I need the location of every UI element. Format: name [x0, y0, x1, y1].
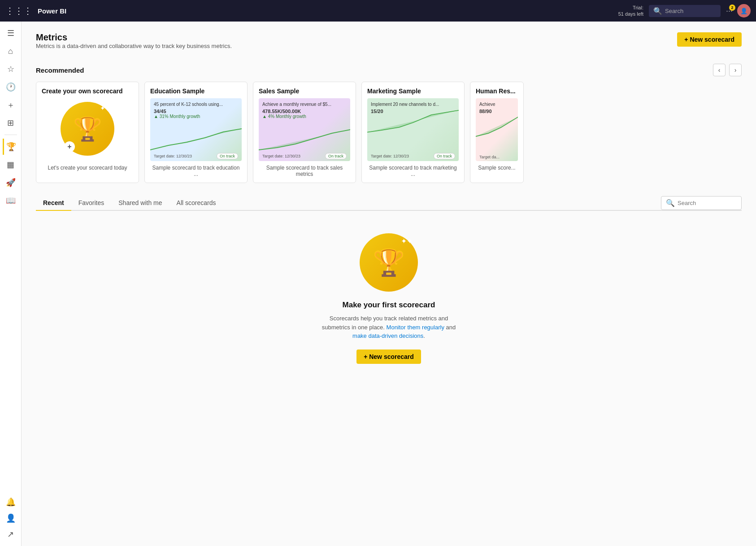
human-res-target-date: Target da...: [479, 155, 500, 159]
education-preview: 45 percent of K-12 schools using... 34/4…: [150, 98, 242, 161]
recommended-title: Recommended: [36, 66, 84, 74]
sidebar-divider: [4, 135, 17, 135]
education-footer: Target date: 12/30/23 On track: [154, 153, 238, 159]
top-search-box[interactable]: 🔍: [649, 5, 721, 17]
sales-target-date: Target date: 12/30/23: [262, 154, 300, 158]
sidebar-item-browse[interactable]: ⊞: [3, 115, 19, 131]
human-res-sample-card[interactable]: Human Res... Achieve 88/90 Target da... …: [470, 82, 524, 183]
sidebar-item-recent[interactable]: 🕐: [3, 79, 19, 95]
education-growth: ▲ 31% Monthly growth: [154, 114, 238, 119]
sidebar-item-home[interactable]: ⌂: [3, 43, 19, 59]
plus-badge-icon: +: [64, 141, 75, 152]
tab-favorites[interactable]: Favorites: [71, 196, 112, 211]
page-subtitle: Metrics is a data-driven and collaborati…: [36, 43, 232, 49]
sidebar-item-grid[interactable]: ▦: [3, 157, 19, 173]
sidebar-item-book[interactable]: 📖: [3, 192, 19, 209]
education-metric-value: 34/45: [154, 109, 238, 114]
svg-marker-3: [476, 117, 518, 136]
create-card-title: Create your own scorecard: [42, 87, 133, 95]
human-res-metric-text: Achieve: [479, 102, 514, 107]
education-card-desc: Sample scorecard to track education ...: [150, 165, 242, 177]
top-icons: ··· 2 👤: [726, 4, 751, 17]
tab-recent[interactable]: Recent: [36, 196, 71, 211]
sales-card-desc: Sample scorecard to track sales metrics: [259, 165, 350, 177]
empty-trophy-icon: 🏆: [373, 247, 405, 278]
tabs-search-box[interactable]: 🔍: [661, 196, 742, 210]
sidebar-item-create[interactable]: ＋: [3, 97, 19, 113]
create-trophy-circle: 🏆 + ✦✦: [61, 102, 114, 156]
education-metric-text: 45 percent of K-12 schools using...: [154, 102, 238, 107]
marketing-status-badge: On track: [434, 153, 455, 159]
education-target-date: Target date: 12/30/23: [154, 154, 192, 158]
sales-sample-card[interactable]: Sales Sample Achieve a monthly revenue o…: [253, 82, 356, 183]
page-header: Metrics Metrics is a data-driven and col…: [36, 32, 742, 60]
tabs-search-icon: 🔍: [666, 199, 675, 207]
grid-menu-icon[interactable]: ⋮⋮⋮: [5, 5, 32, 16]
marketing-metric-text: Implement 20 new channels to d...: [371, 102, 455, 107]
education-card-title: Education Sample: [150, 87, 242, 95]
user-avatar[interactable]: 👤: [737, 4, 751, 17]
app-logo: Power BI: [38, 7, 66, 15]
sidebar-item-expand[interactable]: ↗: [3, 526, 19, 542]
top-search-input[interactable]: [665, 8, 716, 14]
sidebar-item-metrics[interactable]: 🏆: [3, 139, 19, 155]
recommended-header: Recommended ‹ ›: [36, 64, 742, 76]
marketing-sample-card[interactable]: Marketing Sample Implement 20 new channe…: [361, 82, 465, 183]
search-icon: 🔍: [653, 7, 662, 15]
human-res-card-desc: Sample score...: [476, 165, 518, 171]
marketing-card-title: Marketing Sample: [367, 87, 459, 95]
new-scorecard-button-top[interactable]: + New scorecard: [677, 32, 742, 47]
empty-state-title: Make your first scorecard: [343, 301, 435, 310]
marketing-footer: Target date: 12/30/23 On track: [371, 153, 455, 159]
sidebar-item-notifications[interactable]: 🔔: [3, 494, 19, 510]
sidebar-item-user[interactable]: 👤: [3, 510, 19, 526]
notifications-icon[interactable]: ··· 2: [726, 6, 733, 16]
human-res-chart: [476, 112, 518, 139]
top-navigation: ⋮⋮⋮ Power BI Trial: 51 days left 🔍 ··· 2…: [0, 0, 756, 22]
tabs-header: Recent Favorites Shared with me All scor…: [36, 196, 742, 211]
sidebar-item-menu[interactable]: ☰: [3, 25, 19, 41]
tab-shared[interactable]: Shared with me: [111, 196, 169, 211]
empty-trophy-circle: 🏆 ✦✦: [360, 233, 418, 292]
sidebar-item-explore[interactable]: 🚀: [3, 175, 19, 191]
sparkles-icon: ✦✦: [100, 105, 111, 112]
svg-marker-2: [367, 110, 459, 132]
create-card-body: 🏆 + ✦✦ Let's create your scorecard today: [42, 98, 133, 171]
nav-arrows: ‹ ›: [713, 64, 742, 76]
create-scorecard-card[interactable]: Create your own scorecard 🏆 + ✦✦ Let's c…: [36, 82, 139, 183]
notification-badge: 2: [729, 4, 735, 11]
marketing-preview: Implement 20 new channels to d... 15/20 …: [367, 98, 459, 161]
tabs-section: Recent Favorites Shared with me All scor…: [36, 196, 742, 377]
next-arrow[interactable]: ›: [729, 64, 742, 76]
sales-metric-text: Achieve a monthly revenue of $5...: [262, 102, 347, 107]
prev-arrow[interactable]: ‹: [713, 64, 726, 76]
marketing-target-date: Target date: 12/30/23: [371, 154, 409, 158]
tabs-search-input[interactable]: [678, 200, 737, 206]
human-res-card-title: Human Res...: [476, 87, 518, 95]
marketing-card-desc: Sample scorecard to track marketing ...: [367, 165, 459, 177]
trophy-icon: 🏆: [73, 115, 102, 143]
main-content: Metrics Metrics is a data-driven and col…: [22, 22, 756, 546]
education-status-badge: On track: [217, 153, 238, 159]
human-res-preview: Achieve 88/90 Target da...: [476, 98, 518, 161]
sales-card-title: Sales Sample: [259, 87, 350, 95]
human-res-footer: Target da...: [479, 155, 514, 159]
new-scorecard-button-bottom[interactable]: + New scorecard: [356, 349, 421, 364]
trial-info: Trial: 51 days left: [618, 4, 643, 17]
sidebar-item-favorites[interactable]: ☆: [3, 61, 19, 77]
monitor-link[interactable]: Monitor them regularly: [387, 324, 444, 331]
recommended-cards: Create your own scorecard 🏆 + ✦✦ Let's c…: [36, 82, 742, 183]
data-driven-link[interactable]: make data-driven decisions: [352, 332, 423, 339]
tab-all[interactable]: All scorecards: [169, 196, 223, 211]
sales-growth: ▲ 4% Monthly growth: [262, 114, 347, 119]
page-title: Metrics: [36, 32, 232, 43]
education-chart: [150, 125, 242, 152]
education-sample-card[interactable]: Education Sample 45 percent of K-12 scho…: [144, 82, 248, 183]
tabs-search-wrapper: 🔍: [661, 196, 742, 210]
sales-chart: [259, 125, 350, 152]
sidebar: ☰ ⌂ ☆ 🕐 ＋ ⊞ 🏆 ▦ 🚀 📖 🔔 👤 ↗: [0, 22, 22, 546]
empty-state-desc: Scorecards help you track related metric…: [317, 314, 461, 341]
sales-status-badge: On track: [325, 153, 347, 159]
sales-footer: Target date: 12/30/23 On track: [262, 153, 347, 159]
empty-state: 🏆 ✦✦ Make your first scorecard Scorecard…: [36, 220, 742, 377]
